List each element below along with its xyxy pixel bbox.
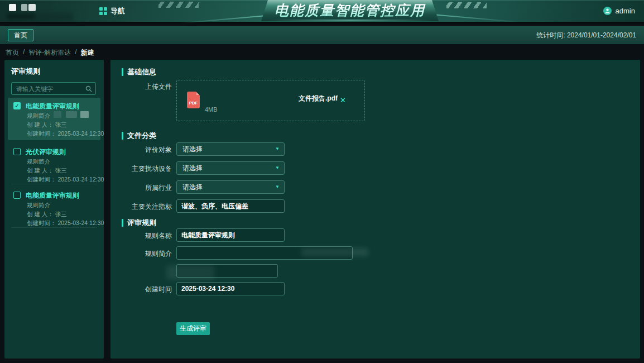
app-title: 电能质量智能管控应用 bbox=[261, 0, 439, 21]
rule-item-creator: 创 建 人： 张三 bbox=[27, 167, 67, 175]
section-basic-info: 基础信息 bbox=[122, 67, 156, 77]
review-rules-sidebar: 评审规则 ✓ 电能质量评审规则 规则简介 创 建 人： 张三 创建时间： 202… bbox=[4, 60, 104, 359]
select-value: 请选择 bbox=[182, 183, 203, 191]
section-title: 评审规则 bbox=[127, 218, 156, 228]
rule-item-title: 光伏评审规则 bbox=[26, 147, 66, 157]
sidebar-search bbox=[11, 82, 96, 95]
checkbox-checked-icon[interactable]: ✓ bbox=[13, 102, 21, 109]
stats-time: 统计时间: 2024/01/01-2024/02/01 bbox=[536, 26, 636, 44]
tab-bar: 首页 统计时间: 2024/01/01-2024/02/01 bbox=[0, 26, 644, 44]
deco-stripes-right bbox=[446, 2, 487, 8]
chevron-down-icon: ▼ bbox=[275, 143, 280, 155]
remove-file-icon[interactable]: ✕ bbox=[340, 96, 346, 104]
section-title: 文件分类 bbox=[127, 131, 156, 141]
redaction-block bbox=[66, 111, 77, 118]
breadcrumb-home[interactable]: 首页 bbox=[6, 48, 19, 58]
rule-intro-input-line2[interactable] bbox=[176, 264, 278, 278]
chevron-down-icon: ▼ bbox=[275, 162, 280, 174]
rule-list-item[interactable]: 光伏评审规则 规则简介 创 建 人： 张三 创建时间： 2025-03-24 1… bbox=[8, 144, 100, 186]
rule-item-title: 电能质量评审规则 bbox=[26, 191, 79, 200]
app-root: 导航 电能质量智能管控应用 admin 首页 统计时间: 2024/01/01-… bbox=[0, 0, 644, 363]
deco-line-left bbox=[180, 15, 263, 23]
list-divider bbox=[11, 184, 97, 184]
disturbance-device-label: 主要扰动设备 bbox=[114, 164, 172, 174]
key-indicator-label: 主要关注指标 bbox=[114, 202, 172, 212]
breadcrumb-separator: / bbox=[23, 48, 25, 58]
logo-placeholder bbox=[28, 4, 36, 11]
rule-item-time: 创建时间： 2025-03-24 12:30 bbox=[27, 130, 104, 138]
checkbox-unchecked-icon[interactable] bbox=[13, 192, 21, 199]
rule-item-creator: 创 建 人： 张三 bbox=[27, 121, 67, 129]
logo-placeholder bbox=[9, 4, 16, 11]
search-icon[interactable] bbox=[85, 85, 92, 92]
section-title: 基础信息 bbox=[127, 67, 156, 77]
main-form-panel: 基础信息 上传文件 PDF 4MB 文件报告.pdf ✕ 文件分类 评价对象 请… bbox=[110, 60, 640, 359]
rule-intro-input-line1[interactable] bbox=[176, 246, 353, 260]
redaction-block bbox=[54, 111, 61, 118]
rule-intro-label: 规则简介 bbox=[114, 249, 172, 259]
breadcrumb: 首页 / 智评-解析雷达 / 新建 bbox=[6, 48, 94, 58]
rule-name-label: 规则名称 bbox=[114, 231, 172, 241]
rule-list-item[interactable]: ✓ 电能质量评审规则 规则简介 创 建 人： 张三 创建时间： 2025-03-… bbox=[8, 98, 100, 140]
user-name: admin bbox=[616, 7, 635, 15]
logo-placeholder bbox=[21, 4, 27, 11]
breadcrumb-separator: / bbox=[75, 48, 76, 58]
redaction-block bbox=[80, 111, 89, 118]
rule-item-intro: 规则简介 bbox=[27, 112, 50, 120]
rule-item-time: 创建时间： 2025-03-24 12:30 bbox=[27, 176, 104, 184]
generate-review-button[interactable]: 生成评审 bbox=[176, 322, 210, 335]
create-time-input[interactable] bbox=[176, 282, 285, 295]
industry-label: 所属行业 bbox=[114, 183, 172, 193]
user-avatar-icon bbox=[603, 7, 612, 15]
logo-redaction bbox=[35, 12, 82, 20]
sidebar-title: 评审规则 bbox=[11, 66, 40, 77]
chevron-down-icon: ▼ bbox=[275, 181, 280, 193]
create-time-label: 创建时间 bbox=[114, 285, 172, 294]
select-value: 请选择 bbox=[182, 145, 203, 153]
breadcrumb-module[interactable]: 智评-解析雷达 bbox=[28, 48, 71, 58]
pdf-badge: PDF bbox=[187, 101, 200, 106]
search-input[interactable] bbox=[12, 85, 85, 92]
app-header: 导航 电能质量智能管控应用 admin bbox=[0, 0, 644, 23]
eval-object-label: 评价对象 bbox=[114, 145, 172, 155]
rule-item-intro: 规则简介 bbox=[27, 202, 50, 209]
user-menu[interactable]: admin bbox=[603, 0, 635, 22]
eval-object-select[interactable]: 请选择 ▼ bbox=[176, 142, 285, 156]
title-banner: 电能质量智能管控应用 bbox=[261, 0, 439, 21]
section-accent-bar bbox=[122, 68, 123, 76]
rule-item-intro: 规则简介 bbox=[27, 158, 50, 166]
section-accent-bar bbox=[122, 132, 123, 140]
tab-home[interactable]: 首页 bbox=[8, 29, 33, 41]
checkbox-unchecked-icon[interactable] bbox=[13, 148, 21, 155]
deco-stripes-left bbox=[158, 2, 199, 8]
file-name: 文件报告.pdf bbox=[299, 94, 338, 103]
disturbance-device-select[interactable]: 请选择 ▼ bbox=[176, 161, 285, 175]
file-size: 4MB bbox=[205, 106, 218, 113]
section-review-rule: 评审规则 bbox=[122, 218, 156, 228]
rule-list-item[interactable]: 电能质量评审规则 规则简介 创 建 人： 张三 创建时间： 2025-03-24… bbox=[8, 187, 100, 230]
deco-line-right bbox=[435, 14, 519, 22]
section-accent-bar bbox=[122, 219, 123, 227]
rule-item-time: 创建时间： 2025-03-24 12:30 bbox=[27, 219, 104, 227]
breadcrumb-current: 新建 bbox=[81, 48, 94, 58]
pdf-file-icon: PDF bbox=[187, 92, 200, 108]
industry-select[interactable]: 请选择 ▼ bbox=[176, 180, 285, 194]
rule-item-creator: 创 建 人： 张三 bbox=[27, 211, 67, 218]
nav-menu-button[interactable]: 导航 bbox=[99, 0, 125, 22]
list-divider bbox=[11, 227, 97, 228]
rule-name-input[interactable] bbox=[176, 228, 285, 242]
select-value: 请选择 bbox=[182, 164, 203, 172]
upload-dropzone[interactable]: PDF 4MB 文件报告.pdf ✕ bbox=[176, 80, 365, 121]
grid-icon bbox=[99, 7, 107, 15]
nav-menu-label: 导航 bbox=[110, 6, 125, 16]
rule-item-title: 电能质量评审规则 bbox=[26, 102, 79, 111]
key-indicator-input[interactable] bbox=[176, 199, 285, 213]
upload-file-label: 上传文件 bbox=[114, 82, 172, 92]
section-file-classification: 文件分类 bbox=[122, 131, 156, 141]
